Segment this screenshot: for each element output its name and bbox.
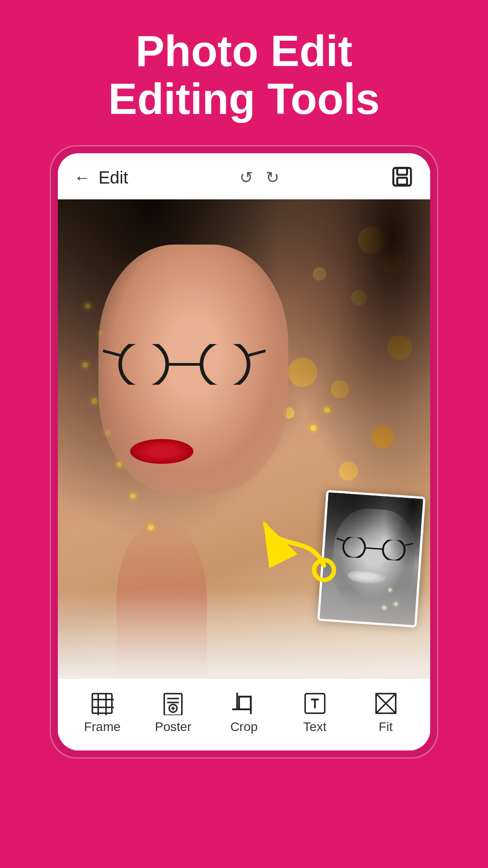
top-bar-actions: ↺ ↻ (239, 168, 279, 187)
svg-line-6 (103, 351, 120, 355)
redo-button[interactable]: ↻ (266, 168, 279, 187)
text-icon (303, 692, 327, 715)
phone-mockup: ← Edit ↺ ↻ (50, 145, 438, 759)
photo-canvas[interactable] (58, 199, 430, 679)
poster-label: Poster (155, 720, 192, 734)
crop-tool[interactable]: Crop (217, 692, 271, 734)
clothing-region (58, 588, 430, 679)
frame-icon (90, 692, 114, 715)
save-button[interactable] (390, 165, 414, 190)
phone-screen: ← Edit ↺ ↻ (58, 153, 430, 750)
headline: Photo Edit Editing Tools (81, 27, 407, 123)
svg-line-7 (249, 351, 266, 355)
bottom-toolbar: Frame Poster (58, 679, 430, 750)
back-button[interactable]: ← (74, 168, 90, 187)
svg-rect-1 (397, 168, 407, 175)
fit-label: Fit (379, 720, 393, 734)
undo-button[interactable]: ↺ (239, 168, 253, 187)
text-tool[interactable]: Text (288, 692, 342, 734)
svg-point-4 (202, 344, 249, 385)
svg-rect-15 (93, 694, 112, 713)
svg-rect-2 (397, 178, 407, 184)
glasses (103, 344, 266, 385)
lips (130, 439, 193, 464)
fit-icon (374, 692, 398, 715)
text-label: Text (303, 720, 326, 734)
svg-rect-28 (239, 697, 251, 709)
poster-icon (161, 692, 185, 715)
fit-tool[interactable]: Fit (359, 692, 413, 734)
crop-label: Crop (230, 720, 258, 734)
headline-line1: Photo Edit (108, 27, 380, 75)
screen-title: Edit (99, 168, 128, 188)
svg-point-3 (120, 344, 167, 385)
frame-tool[interactable]: Frame (75, 692, 129, 734)
comparison-arrow (252, 498, 342, 588)
frame-label: Frame (84, 720, 121, 734)
headline-line2: Editing Tools (108, 75, 380, 123)
top-bar-left: ← Edit (74, 168, 128, 188)
poster-tool[interactable]: Poster (146, 692, 200, 734)
top-bar: ← Edit ↺ ↻ (58, 153, 430, 199)
crop-icon (232, 692, 256, 715)
